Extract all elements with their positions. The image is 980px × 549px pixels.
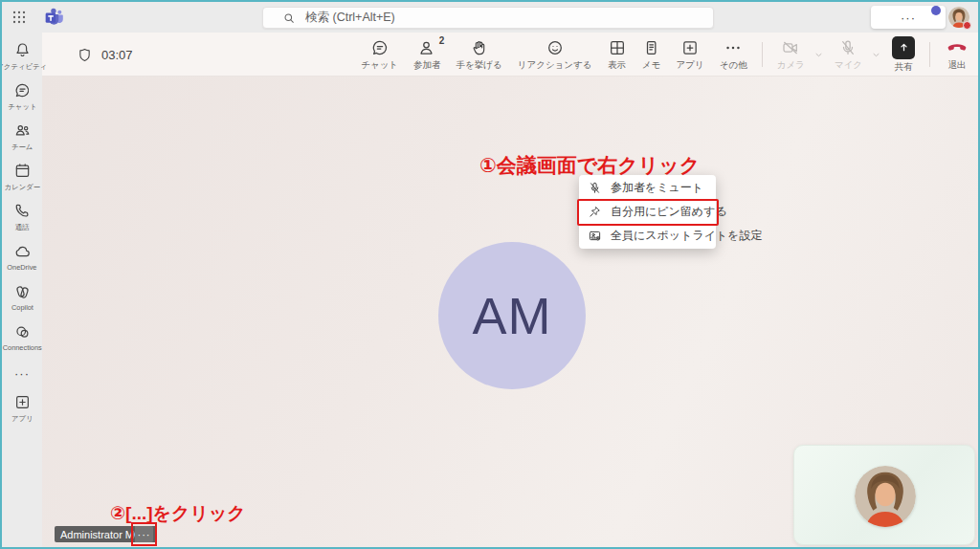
name-tag-more-button[interactable]: ··· <box>135 526 153 542</box>
apps-plus-icon <box>680 38 700 57</box>
connections-icon <box>13 323 32 341</box>
mic-chevron-icon[interactable] <box>871 50 881 60</box>
meeting-timer: 03:07 <box>77 33 133 77</box>
annotation-step1: ①会議画面で右クリック <box>479 152 700 179</box>
smiley-icon <box>546 38 565 57</box>
participants-icon: 2 <box>417 38 436 57</box>
bell-icon <box>13 41 32 59</box>
mic-button[interactable]: マイク <box>828 33 869 76</box>
people-icon <box>13 121 32 140</box>
user-avatar[interactable] <box>948 7 969 28</box>
sidebar-item-apps[interactable]: アプリ <box>2 388 42 428</box>
cloud-icon <box>13 243 32 261</box>
sidebar-more-button[interactable]: ··· <box>2 358 42 388</box>
menu-item-spotlight-everyone[interactable]: 全員にスポットライトを設定 <box>579 224 716 248</box>
mic-off-icon <box>838 38 858 57</box>
notes-icon <box>642 38 661 57</box>
timer-value: 03:07 <box>101 48 133 62</box>
sidebar-item-onedrive[interactable]: OneDrive <box>2 237 42 277</box>
participants-button[interactable]: 2 参加者 <box>407 33 448 76</box>
toolbar-buttons: チャット 2 参加者 手を挙げる リアクションする 表示 <box>354 33 976 77</box>
participants-count: 2 <box>439 35 445 46</box>
share-icon <box>892 36 915 59</box>
search-placeholder: 検索 (Ctrl+Alt+E) <box>305 10 395 26</box>
search-input[interactable]: 検索 (Ctrl+Alt+E) <box>262 7 714 29</box>
shield-icon <box>77 47 93 63</box>
notification-dot <box>931 6 941 15</box>
camera-button[interactable]: カメラ <box>770 33 812 76</box>
copilot-icon <box>13 283 32 301</box>
react-button[interactable]: リアクションする <box>511 33 599 76</box>
sidebar-item-calendar[interactable]: カレンダー <box>2 157 42 197</box>
notes-button[interactable]: メモ <box>635 33 668 76</box>
participant-avatar: AM <box>438 242 586 389</box>
context-menu: 参加者をミュート 自分用にピン留めする 全員にスポットライトを設定 <box>579 175 716 249</box>
leave-button[interactable]: 退出 <box>938 33 976 76</box>
participant-initials: AM <box>473 286 552 345</box>
apps-button[interactable]: アプリ <box>670 33 711 76</box>
mic-off-icon <box>588 181 602 195</box>
app-sidebar: アクティビティ チャット チーム カレンダー 通話 OneDrive Copil… <box>2 33 42 549</box>
self-view-tile[interactable] <box>793 445 975 545</box>
sidebar-item-calls[interactable]: 通話 <box>2 197 42 237</box>
busy-status-dot <box>963 21 971 30</box>
teams-logo-icon <box>44 7 65 28</box>
view-grid-icon <box>608 38 627 57</box>
menu-item-pin-for-me[interactable]: 自分用にピン留めする <box>579 200 716 224</box>
camera-off-icon <box>781 38 800 57</box>
sidebar-item-copilot[interactable]: Copilot <box>2 277 42 318</box>
sidebar-item-connections[interactable]: Connections <box>2 318 42 358</box>
chat-button[interactable]: チャット <box>354 33 405 76</box>
raise-hand-button[interactable]: 手を挙げる <box>450 33 509 76</box>
self-view-photo <box>855 466 916 527</box>
search-icon <box>282 11 296 25</box>
teams-window: 検索 (Ctrl+Alt+E) ··· 03:07 チャット <box>0 0 980 549</box>
pin-icon <box>588 205 602 219</box>
share-button[interactable]: 共有 <box>885 33 922 76</box>
sidebar-item-activity[interactable]: アクティビティ <box>2 36 42 77</box>
hang-up-icon <box>945 38 969 57</box>
more-button[interactable]: その他 <box>713 33 754 76</box>
sidebar-item-teams[interactable]: チーム <box>2 117 42 157</box>
toolbar-divider <box>762 42 763 67</box>
sidebar-item-chat[interactable]: チャット <box>2 77 42 117</box>
view-button[interactable]: 表示 <box>601 33 634 76</box>
annotation-step2: ②[...]をクリック <box>110 501 246 526</box>
phone-icon <box>13 202 32 220</box>
raise-hand-icon <box>470 38 489 57</box>
calendar-icon <box>13 162 32 180</box>
more-dots-icon <box>724 38 743 57</box>
chat-icon <box>370 38 390 57</box>
toolbar-divider <box>929 42 930 67</box>
camera-chevron-icon[interactable] <box>813 50 824 60</box>
top-bar: 検索 (Ctrl+Alt+E) ··· <box>2 2 978 33</box>
spotlight-icon <box>588 229 602 243</box>
apps-plus-icon <box>13 393 32 411</box>
chat-bubble-icon <box>13 81 32 99</box>
meeting-toolbar: 03:07 チャット 2 参加者 手を挙げる リアクションする <box>42 33 980 77</box>
menu-item-mute-participant[interactable]: 参加者をミュート <box>579 176 716 200</box>
app-launcher-waffle-icon[interactable] <box>11 10 27 25</box>
